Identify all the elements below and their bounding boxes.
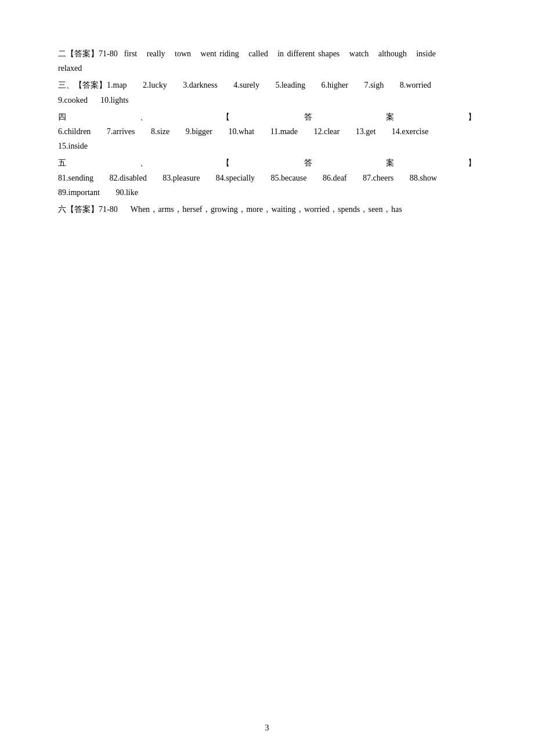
- section-3-text: 三、【答案】1.map 2.lucky 3.darkness 4.surely …: [58, 81, 431, 89]
- section-2: 二【答案】71-80 first really town went riding…: [58, 46, 476, 75]
- section-6: 六【答案】71-80 When , arms , hersef , growin…: [58, 202, 476, 217]
- section-4-text: 四、【答案】6.children 7.arrives 8.size 9.bigg…: [58, 113, 476, 136]
- page-content: 二【答案】71-80 first really town went riding…: [0, 0, 534, 265]
- section-3: 三、【答案】1.map 2.lucky 3.darkness 4.surely …: [58, 78, 476, 107]
- section-3-line2: 9.cooked 10.lights: [58, 96, 129, 105]
- section-2-line2: relaxed: [58, 64, 82, 73]
- section-5-text: 五、【答案】81.sending 82.disabled 83.pleasure…: [58, 159, 476, 182]
- section-4: 四、【答案】6.children 7.arrives 8.size 9.bigg…: [58, 110, 476, 154]
- section-5: 五、【答案】81.sending 82.disabled 83.pleasure…: [58, 156, 476, 200]
- section-2-text: 二【答案】71-80 first really town went riding…: [58, 49, 436, 58]
- section-5-line2: 89.important 90.like: [58, 188, 138, 197]
- section-4-line2: 15.inside: [58, 142, 88, 150]
- page-number: 3: [265, 723, 269, 733]
- section-6-text: 六【答案】71-80 When , arms , hersef , growin…: [58, 205, 402, 214]
